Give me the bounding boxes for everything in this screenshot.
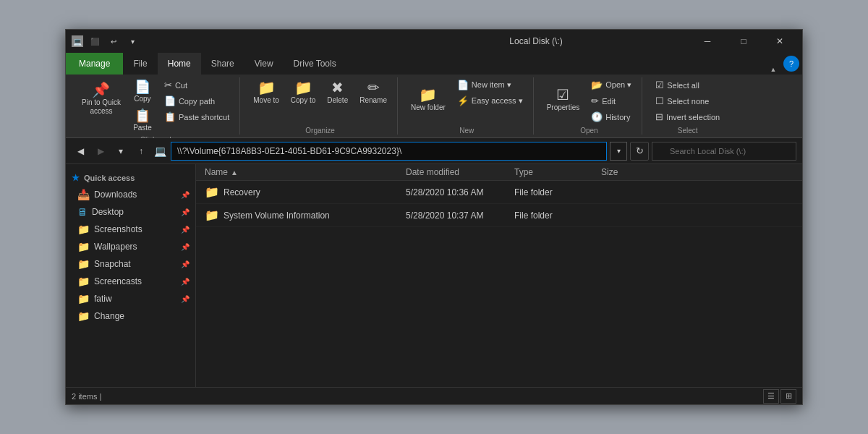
sidebar-item-downloads[interactable]: 📥 Downloads 📌: [66, 186, 195, 203]
invert-icon: ⊟: [655, 111, 663, 122]
move-to-button[interactable]: 📁 Move to: [249, 77, 284, 107]
select-group: ☑ Select all ☐ Select none ⊟ Invert sele…: [645, 77, 730, 135]
undo-btn[interactable]: ↩: [106, 34, 121, 48]
help-button[interactable]: ?: [783, 56, 799, 72]
sidebar-item-snapchat[interactable]: 📁 Snapchat 📌: [66, 255, 195, 273]
paste-icon: 📋: [135, 109, 150, 122]
sidebar-section-quick-access: ★ Quick access: [66, 170, 195, 186]
tab-share[interactable]: Share: [201, 53, 244, 75]
ribbon-toolbar: 📌 Pin to Quickaccess 📄 Copy 📋 Paste: [66, 75, 802, 138]
change-label: Change: [94, 311, 124, 321]
sidebar-item-screencasts[interactable]: 📁 Screencasts 📌: [66, 273, 195, 290]
table-row[interactable]: 📁 System Volume Information 5/28/2020 10…: [196, 204, 802, 227]
wallpapers-icon: 📁: [77, 241, 90, 252]
open-group: ☑ Properties 📂 Open ▾ ✏ Edit 🕐 History: [537, 77, 643, 135]
copy-path-button[interactable]: 📄 Copy path: [160, 93, 234, 109]
size-col-label: Size: [601, 167, 618, 177]
delete-button[interactable]: ✖ Delete: [323, 77, 352, 107]
paste-button[interactable]: 📋 Paste: [128, 106, 157, 135]
col-header-type[interactable]: Type: [514, 167, 601, 177]
refresh-button[interactable]: ↻: [630, 142, 649, 161]
sidebar: ★ Quick access 📥 Downloads 📌 🖥 Desktop 📌…: [66, 164, 196, 387]
sidebar-item-desktop[interactable]: 🖥 Desktop 📌: [66, 203, 195, 221]
col-header-size[interactable]: Size: [601, 167, 659, 177]
quick-access-btn[interactable]: ⬛: [88, 34, 102, 48]
rename-label: Rename: [359, 96, 387, 104]
maximize-button[interactable]: □: [727, 30, 760, 53]
file-rows: 📁 Recovery 5/28/2020 10:36 AM File folde…: [196, 181, 802, 387]
minimize-button[interactable]: ─: [691, 30, 724, 53]
sidebar-item-change[interactable]: 📁 Change: [66, 307, 195, 325]
row-type-svi: File folder: [514, 210, 601, 221]
new-folder-button[interactable]: 📁 New folder: [407, 77, 450, 121]
clipboard-col: 📄 Copy 📋 Paste: [128, 77, 157, 135]
tab-view[interactable]: View: [244, 53, 284, 75]
tab-drive-tools[interactable]: Drive Tools: [284, 53, 346, 75]
easy-access-label: Easy access ▾: [472, 96, 523, 106]
clipboard-group: 📌 Pin to Quickaccess 📄 Copy 📋 Paste: [72, 77, 240, 135]
select-all-icon: ☑: [655, 80, 664, 90]
content-area: ★ Quick access 📥 Downloads 📌 🖥 Desktop 📌…: [66, 164, 802, 387]
search-input[interactable]: [652, 142, 796, 161]
status-text: 2 items |: [72, 392, 757, 401]
search-wrapper: 🔍: [652, 142, 796, 161]
properties-button[interactable]: ☑ Properties: [542, 77, 584, 121]
history-button[interactable]: 🕐 History: [587, 109, 636, 124]
invert-selection-button[interactable]: ⊟ Invert selection: [651, 109, 724, 124]
open-content: ☑ Properties 📂 Open ▾ ✏ Edit 🕐 History: [542, 77, 637, 125]
new-item-button[interactable]: 📄 New item ▾: [453, 77, 527, 93]
col-header-date[interactable]: Date modified: [406, 167, 514, 177]
up-button[interactable]: ↑: [132, 142, 150, 160]
col-header-name[interactable]: Name ▲: [196, 167, 406, 177]
select-col: ☑ Select all ☐ Select none ⊟ Invert sele…: [651, 77, 724, 124]
back-button[interactable]: ◀: [72, 142, 89, 160]
tab-file[interactable]: File: [123, 53, 157, 75]
edit-button[interactable]: ✏ Edit: [587, 93, 636, 109]
large-icons-view-button[interactable]: ⊞: [780, 389, 796, 404]
type-recovery: File folder: [514, 187, 553, 197]
select-all-button[interactable]: ☑ Select all: [651, 77, 724, 93]
properties-label: Properties: [547, 103, 580, 111]
paste-shortcut-button[interactable]: 📋 Paste shortcut: [160, 109, 234, 124]
rename-button[interactable]: ✏ Rename: [355, 77, 391, 107]
copy-to-label: Copy to: [291, 96, 315, 104]
recent-locations-button[interactable]: ▾: [112, 142, 129, 160]
redo-btn[interactable]: ▾: [125, 34, 140, 48]
table-row[interactable]: 📁 Recovery 5/28/2020 10:36 AM File folde…: [196, 181, 802, 204]
fatiw-label: fatiw: [94, 294, 112, 304]
pin-quick-access-button[interactable]: 📌 Pin to Quickaccess: [77, 77, 125, 121]
desktop-icon: 🖥: [77, 206, 88, 218]
address-dropdown[interactable]: ▾: [610, 142, 627, 161]
copy-to-button[interactable]: 📁 Copy to: [286, 77, 320, 107]
easy-access-button[interactable]: ⚡ Easy access ▾: [453, 93, 527, 109]
copy-button[interactable]: 📄 Copy: [128, 77, 157, 106]
select-none-button[interactable]: ☐ Select none: [651, 93, 724, 109]
ribbon-tabs-row: Manage File Home Share View Drive Tools …: [66, 53, 802, 75]
paste-label: Paste: [133, 124, 152, 132]
tab-manage[interactable]: Manage: [66, 53, 123, 75]
window-controls: ─ □ ✕: [691, 30, 796, 53]
forward-button[interactable]: ▶: [92, 142, 109, 160]
type-col-label: Type: [514, 167, 533, 177]
paste-shortcut-icon: 📋: [164, 111, 176, 122]
sidebar-item-screenshots[interactable]: 📁 Screenshots 📌: [66, 221, 195, 238]
address-input[interactable]: [171, 142, 607, 161]
ribbon-up-btn[interactable]: ▲: [767, 64, 779, 75]
screencasts-icon: 📁: [77, 276, 90, 287]
organize-group: 📁 Move to 📁 Copy to ✖ Delete ✏ Rename Or…: [243, 77, 398, 135]
sidebar-item-fatiw[interactable]: 📁 fatiw 📌: [66, 290, 195, 307]
open-button[interactable]: 📂 Open ▾: [587, 77, 636, 93]
select-none-label: Select none: [667, 97, 709, 106]
close-button[interactable]: ✕: [763, 30, 796, 53]
window-title: Local Disk (\:): [381, 36, 691, 46]
row-date-recovery: 5/28/2020 10:36 AM: [406, 187, 514, 197]
folder-icon-recovery: 📁: [205, 185, 219, 199]
title-bar-left: 💻 ⬛ ↩ ▾: [72, 34, 381, 48]
details-view-button[interactable]: ☰: [763, 389, 779, 404]
tab-home[interactable]: Home: [158, 53, 201, 75]
copy-icon: 📄: [135, 80, 150, 93]
sidebar-item-wallpapers[interactable]: 📁 Wallpapers 📌: [66, 238, 195, 255]
new-label: New: [407, 125, 527, 135]
cut-label: Cut: [175, 81, 187, 90]
cut-button[interactable]: ✂ Cut: [160, 77, 234, 93]
